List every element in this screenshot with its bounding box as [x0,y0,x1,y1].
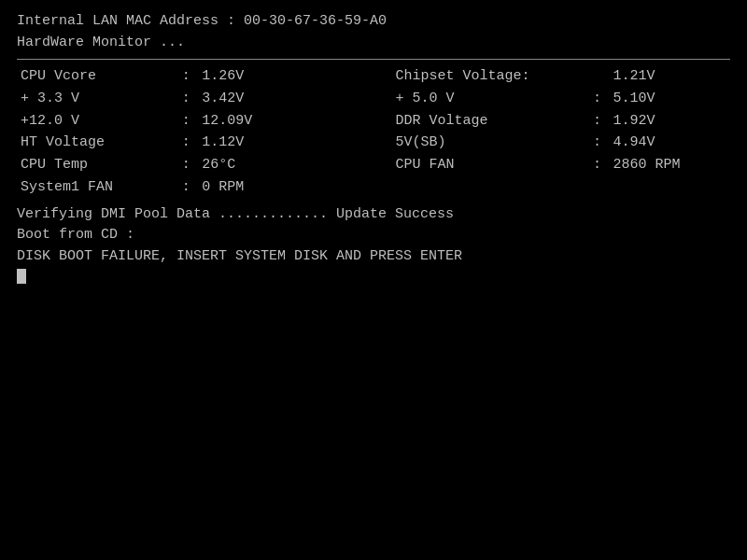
left-label-0: CPU Vcore [17,65,174,88]
spacer-5 [344,176,392,199]
left-value-0: 1.26V [198,65,343,88]
monitor-row-0: CPU Vcore:1.26VChipset Voltage:1.21V [17,65,730,88]
monitor-row-3: HT Voltage:1.12V5V(SB):4.94V [17,132,730,154]
right-label-5 [391,176,585,199]
left-colon-3: : [174,132,198,154]
dmi-pool-line: Verifying DMI Pool Data ............. Up… [17,204,730,226]
monitor-row-2: +12.0 V:12.09VDDR Voltage:1.92V [17,110,730,133]
right-value-4: 2860 RPM [609,154,730,176]
right-value-3: 4.94V [609,132,730,154]
right-label-0: Chipset Voltage: [391,65,585,88]
left-value-3: 1.12V [198,132,343,154]
left-label-4: CPU Temp [17,154,174,176]
left-value-1: 3.42V [198,88,343,110]
monitor-row-1: + 3.3 V:3.42V+ 5.0 V:5.10V [17,88,730,110]
right-colon-2: : [585,110,610,133]
cursor-line [17,267,730,288]
right-colon-1: : [585,88,610,110]
left-label-5: System1 FAN [17,176,174,199]
monitor-row-4: CPU Temp:26°CCPU FAN:2860 RPM [17,154,730,176]
left-value-2: 12.09V [198,110,343,133]
spacer-4 [344,154,392,176]
blinking-cursor [17,269,26,284]
mac-address-line: Internal LAN MAC Address : 00-30-67-36-5… [17,11,730,33]
header-section: Internal LAN MAC Address : 00-30-67-36-5… [17,11,730,53]
left-colon-0: : [174,65,198,88]
bios-screen: Internal LAN MAC Address : 00-30-67-36-5… [0,0,747,560]
left-label-3: HT Voltage [17,132,174,154]
left-colon-1: : [174,88,198,110]
right-label-2: DDR Voltage [391,110,585,133]
right-value-1: 5.10V [609,88,730,110]
right-colon-3: : [585,132,610,154]
left-colon-5: : [174,176,198,199]
monitor-row-5: System1 FAN:0 RPM [17,176,730,199]
left-colon-4: : [174,154,198,176]
left-label-2: +12.0 V [17,110,174,133]
spacer-0 [344,65,392,88]
right-label-3: 5V(SB) [391,132,585,154]
boot-from-cd-line: Boot from CD : [17,225,730,246]
spacer-2 [344,110,392,133]
left-value-4: 26°C [198,154,343,176]
disk-boot-failure-line: DISK BOOT FAILURE, INSERT SYSTEM DISK AN… [17,246,730,268]
right-value-2: 1.92V [609,110,730,133]
boot-section: Verifying DMI Pool Data ............. Up… [17,204,730,288]
right-colon-5 [585,176,610,199]
right-value-5 [609,176,730,199]
right-colon-0 [585,65,610,88]
right-label-4: CPU FAN [391,154,585,176]
right-label-1: + 5.0 V [391,88,585,110]
left-label-1: + 3.3 V [17,88,174,110]
spacer-3 [344,132,392,154]
right-colon-4: : [585,154,610,176]
hardware-monitor-table: CPU Vcore:1.26VChipset Voltage:1.21V+ 3.… [17,65,730,199]
divider-top [17,59,730,60]
left-colon-2: : [174,110,198,133]
left-value-5: 0 RPM [198,176,343,199]
right-value-0: 1.21V [609,65,730,88]
spacer-1 [344,88,392,110]
hardware-monitor-label: HardWare Monitor ... [17,33,730,54]
